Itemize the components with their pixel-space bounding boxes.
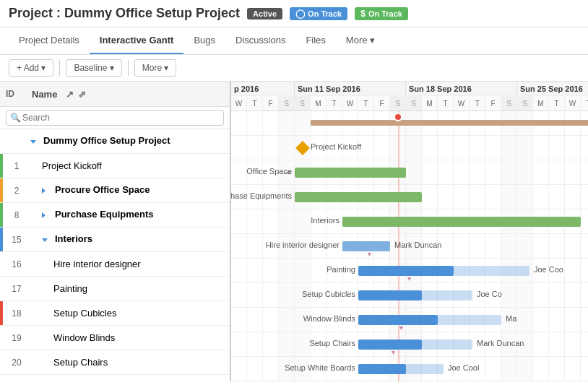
task-bar — [358, 315, 438, 325]
chart-row — [231, 111, 588, 136]
row-name: Painting — [27, 283, 230, 294]
tab-discussions[interactable]: Discussions — [225, 27, 295, 54]
expand-down-icon[interactable] — [30, 137, 40, 147]
list-item[interactable]: 2Procure Office Space — [0, 178, 230, 203]
date-day: T — [470, 96, 485, 111]
list-item[interactable]: Dummy Office Setup Project — [0, 129, 230, 154]
list-item[interactable]: 21Setup White Boards — [0, 375, 230, 381]
row-id: 17 — [6, 284, 27, 294]
chart-row: Window BlindsMa▼ — [231, 308, 588, 332]
expand-right-icon[interactable] — [42, 186, 52, 196]
date-week-label: Sun 25 Sep 2016 — [517, 82, 588, 95]
date-day: S — [517, 96, 533, 111]
tab-project-details[interactable]: Project Details — [9, 27, 90, 54]
gantt-list-header: ID Name ↗ ⇗ — [0, 82, 230, 107]
date-week-label: p 2016 — [231, 82, 295, 95]
date-day: W — [565, 96, 581, 111]
date-week-label: Sun 18 Sep 2016 — [406, 82, 517, 95]
search-area: 🔍 — [0, 107, 230, 129]
chart-row: ⇒Office Space — [231, 160, 588, 185]
chart-row: Interiors — [231, 209, 588, 234]
row-name: Project Kickoff — [27, 160, 230, 171]
list-item[interactable]: 8Purchase Equipments — [0, 203, 230, 228]
assignee-label: Joe Coo — [534, 265, 563, 274]
date-day: T — [438, 96, 454, 111]
row-name: Hire interior designer — [27, 259, 230, 269]
date-day: M — [533, 96, 549, 111]
list-item[interactable]: 20Setup Chairs — [0, 350, 230, 375]
date-day: F — [263, 96, 279, 111]
row-id: 8 — [6, 210, 27, 220]
date-day: F — [374, 96, 390, 111]
gantt-list: ID Name ↗ ⇗ 🔍 Dummy Office Setup Project… — [0, 82, 231, 381]
date-day: T — [247, 96, 263, 111]
date-day: S — [279, 96, 295, 111]
row-id: 2 — [6, 186, 27, 196]
add-button[interactable]: + Add ▾ — [9, 59, 53, 77]
badge-ontrack-blue: ◯ On Track — [290, 7, 347, 20]
chart-row: Project Kickoff — [231, 136, 588, 160]
list-item[interactable]: 17Painting — [0, 277, 230, 301]
list-item[interactable]: 16Hire interior designer — [0, 252, 230, 277]
page-title: Project : Dummy Office Setup Project — [9, 6, 240, 21]
chart-row: Hire interior designerMark Duncan▼ — [231, 234, 588, 259]
date-day: M — [422, 96, 438, 111]
baseline-button[interactable]: Baseline ▾ — [66, 59, 121, 77]
id-column-header: ID — [6, 89, 27, 99]
badge-ontrack-green: $ On Track — [355, 7, 408, 20]
date-day: T — [358, 96, 374, 111]
expand-icon-1[interactable]: ↗ — [66, 89, 74, 100]
nav-tabs: Project Details Interactive Gantt Bugs D… — [0, 27, 588, 55]
task-bar — [358, 290, 422, 300]
date-day: W — [231, 96, 247, 111]
row-name: Setup Cubicles — [27, 308, 230, 319]
more-button[interactable]: More ▾ — [134, 59, 177, 77]
page-header: Project : Dummy Office Setup Project Act… — [0, 0, 588, 27]
date-day: W — [454, 96, 470, 111]
tab-more[interactable]: More ▾ — [336, 27, 385, 54]
list-item[interactable]: 1Project Kickoff — [0, 154, 230, 178]
tab-bugs[interactable]: Bugs — [183, 27, 225, 54]
date-day: T — [581, 96, 588, 111]
name-column-header: Name — [32, 89, 57, 100]
date-week-label: Sun 11 Sep 2016 — [295, 82, 406, 95]
row-name: Interiors — [27, 233, 230, 246]
expand-right-icon[interactable] — [42, 211, 52, 221]
row-name: Dummy Office Setup Project — [27, 135, 230, 147]
row-id: 18 — [6, 308, 27, 319]
dollar-icon: $ — [360, 9, 366, 19]
date-header: p 2016Sun 11 Sep 2016Sun 18 Sep 2016Sun … — [231, 82, 588, 111]
search-input[interactable] — [6, 110, 224, 126]
list-item[interactable]: 15Interiors — [0, 228, 230, 252]
search-icon: 🔍 — [10, 113, 21, 123]
task-bar — [295, 192, 422, 202]
task-bar — [342, 217, 581, 227]
date-day: T — [327, 96, 342, 111]
chart-row: PaintingJoe Coo▼ — [231, 259, 588, 283]
assignee-label: Mark Duncan — [394, 241, 441, 249]
today-marker — [394, 113, 402, 121]
row-name: Purchase Equipments — [27, 209, 230, 221]
assignee-label: Mark Duncan — [477, 339, 524, 347]
tab-files[interactable]: Files — [295, 27, 335, 54]
gantt-chart[interactable]: p 2016Sun 11 Sep 2016Sun 18 Sep 2016Sun … — [231, 82, 588, 381]
date-day: T — [549, 96, 565, 111]
row-id: 19 — [6, 333, 27, 343]
expand-icon-2[interactable]: ⇗ — [78, 89, 86, 100]
task-bar — [358, 266, 454, 276]
list-item[interactable]: 18Setup Cubicles — [0, 301, 230, 326]
date-day: W — [342, 96, 358, 111]
row-id: 16 — [6, 259, 27, 269]
assignee-label: Joe Co — [477, 290, 502, 298]
task-bar — [295, 168, 406, 178]
list-item[interactable]: 19Window Blinds — [0, 326, 230, 350]
tab-interactive-gantt[interactable]: Interactive Gantt — [90, 27, 184, 54]
toolbar-separator — [59, 60, 60, 76]
chart-row: Purchase Equipments — [231, 185, 588, 209]
row-id: 20 — [6, 358, 27, 368]
date-day: S — [295, 96, 311, 111]
expand-down-icon[interactable] — [42, 235, 52, 246]
row-name: Procure Office Space — [27, 184, 230, 196]
date-day: F — [485, 96, 501, 111]
row-id: 1 — [6, 161, 27, 171]
